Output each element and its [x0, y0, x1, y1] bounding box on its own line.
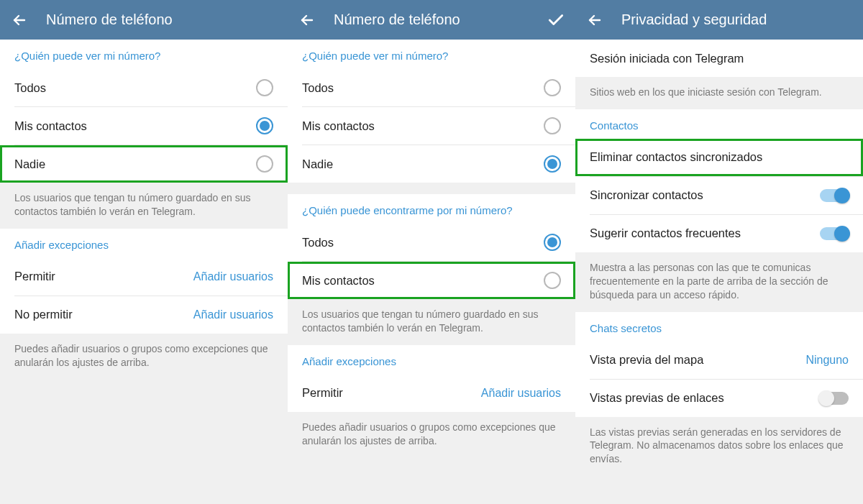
radio-icon — [544, 117, 561, 134]
section-note: Puedes añadir usuarios o grupos como exc… — [0, 334, 288, 504]
radio-row-everyone-find[interactable]: Todos — [288, 224, 575, 261]
radio-icon — [544, 234, 561, 251]
back-arrow-icon[interactable] — [585, 11, 604, 29]
row-label: Vistas previas de enlaces — [590, 391, 724, 405]
exception-row-allow[interactable]: Permitir Añadir usuarios — [0, 258, 288, 295]
toggle-switch[interactable] — [820, 392, 849, 405]
section-secret-chats: Chats secretos — [575, 312, 863, 342]
section-contacts: Contactos — [575, 109, 863, 139]
radio-label: Mis contactos — [302, 274, 375, 288]
back-arrow-icon[interactable] — [298, 11, 316, 29]
radio-icon — [256, 79, 273, 96]
exception-row-allow[interactable]: Permitir Añadir usuarios — [288, 375, 575, 412]
section-note: Muestra a las personas con las que te co… — [575, 252, 863, 312]
radio-row-nobody[interactable]: Nadie — [288, 145, 575, 183]
row-label: Sincronizar contactos — [590, 188, 703, 202]
radio-icon — [544, 79, 561, 96]
section-note: Los usuarios que tengan tu número guarda… — [288, 299, 575, 345]
radio-row-everyone[interactable]: Todos — [0, 69, 288, 106]
radio-row-everyone[interactable]: Todos — [288, 69, 575, 106]
screen-privacy-security: Privacidad y seguridad Sesión iniciada c… — [575, 0, 863, 504]
spacer-note — [288, 183, 575, 194]
radio-row-my-contacts[interactable]: Mis contactos — [0, 107, 288, 145]
screen-phone-number-1: Número de teléfono ¿Quién puede ver mi n… — [0, 0, 288, 504]
exception-label: Permitir — [14, 270, 55, 283]
radio-icon — [256, 155, 273, 173]
row-label: Sugerir contactos frecuentes — [590, 226, 741, 240]
screen-phone-number-2: Número de teléfono ¿Quién puede ver mi n… — [288, 0, 575, 504]
app-header: Número de teléfono — [288, 0, 575, 40]
app-header: Número de teléfono — [0, 0, 288, 40]
radio-label: Todos — [302, 236, 334, 249]
section-who-can-see: ¿Quién puede ver mi número? — [288, 40, 575, 69]
suggest-frequent-contacts-row[interactable]: Sugerir contactos frecuentes — [575, 215, 863, 252]
exception-label: No permitir — [14, 308, 73, 321]
section-note: Sitios web en los que iniciaste sesión c… — [575, 77, 863, 109]
section-exceptions: Añadir excepciones — [0, 229, 288, 258]
confirm-check-icon[interactable] — [547, 11, 565, 29]
radio-label: Mis contactos — [302, 119, 375, 133]
link-previews-row[interactable]: Vistas previas de enlaces — [575, 380, 863, 417]
section-exceptions: Añadir excepciones — [288, 345, 575, 375]
section-note: Los usuarios que tengan tu número guarda… — [0, 183, 288, 229]
radio-row-my-contacts[interactable]: Mis contactos — [288, 107, 575, 145]
header-title: Privacidad y seguridad — [621, 12, 853, 28]
section-note: Puedes añadir usuarios o grupos como exc… — [288, 412, 575, 504]
radio-icon — [544, 155, 561, 173]
toggle-switch[interactable] — [820, 227, 849, 240]
section-note: Las vistas previas serán generadas en lo… — [575, 417, 863, 504]
radio-label: Todos — [14, 81, 46, 95]
session-row[interactable]: Sesión iniciada con Telegram — [575, 40, 863, 77]
radio-label: Todos — [302, 81, 334, 95]
exception-row-deny[interactable]: No permitir Añadir usuarios — [0, 296, 288, 334]
map-preview-row[interactable]: Vista previa del mapa Ninguno — [575, 342, 863, 379]
app-header: Privacidad y seguridad — [575, 0, 863, 40]
section-who-can-see: ¿Quién puede ver mi número? — [0, 40, 288, 69]
section-who-can-find: ¿Quién puede encontrarme por mi número? — [288, 194, 575, 224]
radio-row-nobody[interactable]: Nadie — [0, 145, 288, 183]
radio-label: Nadie — [302, 157, 333, 171]
sync-contacts-row[interactable]: Sincronizar contactos — [575, 177, 863, 214]
row-value: Ninguno — [805, 354, 849, 367]
session-label: Sesión iniciada con Telegram — [590, 52, 744, 65]
delete-synced-contacts-row[interactable]: Eliminar contactos sincronizados — [575, 139, 863, 176]
add-users-link[interactable]: Añadir usuarios — [481, 387, 561, 400]
radio-icon — [544, 272, 561, 289]
radio-label: Nadie — [14, 157, 45, 171]
back-arrow-icon[interactable] — [10, 11, 29, 29]
row-label: Vista previa del mapa — [590, 353, 703, 367]
header-title: Número de teléfono — [46, 12, 278, 28]
exception-label: Permitir — [302, 386, 343, 400]
toggle-switch[interactable] — [820, 189, 849, 202]
header-title: Número de teléfono — [334, 12, 529, 28]
add-users-link[interactable]: Añadir usuarios — [193, 308, 273, 321]
row-label: Eliminar contactos sincronizados — [590, 150, 762, 164]
radio-label: Mis contactos — [14, 119, 87, 133]
add-users-link[interactable]: Añadir usuarios — [193, 270, 273, 283]
radio-row-my-contacts-find[interactable]: Mis contactos — [288, 262, 575, 299]
radio-icon — [256, 117, 273, 134]
